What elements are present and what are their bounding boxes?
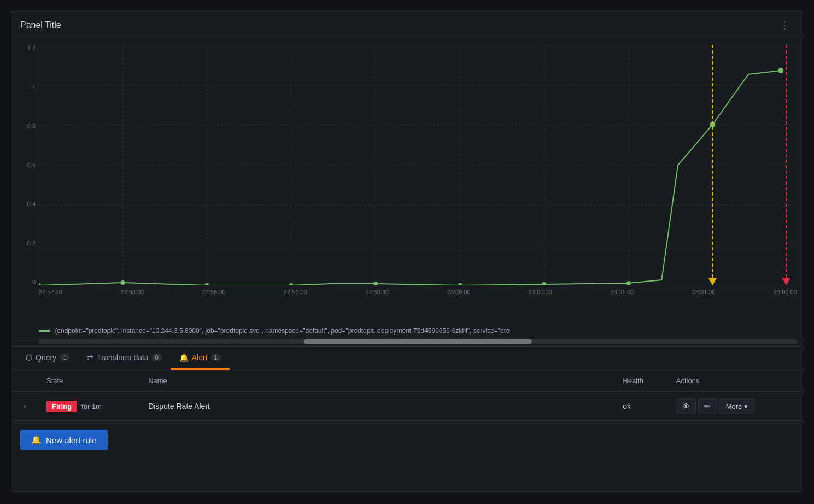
tab-alert-badge: 1 <box>211 354 221 361</box>
panel: Panel Title ⋮ 1.2 1 0.8 0.6 0.4 0.2 0 <box>11 11 803 492</box>
view-button[interactable]: 👁 <box>676 398 696 414</box>
x-label: 22:58:00 <box>120 289 144 295</box>
more-button[interactable]: More ▾ <box>719 399 756 414</box>
pencil-icon: ✏ <box>704 402 711 411</box>
chart-area: 1.2 1 0.8 0.6 0.4 0.2 0 <box>11 39 803 324</box>
tab-transform-label: Transform data <box>97 353 148 362</box>
x-label: 22:57:30 <box>39 289 62 295</box>
state-cell: Firing for 1m <box>46 401 131 412</box>
tab-query-badge: 1 <box>60 354 69 361</box>
y-label: 1.2 <box>27 45 36 51</box>
alert-table-area: State Name Health Actions › Firing for 1… <box>11 370 803 491</box>
alert-table-body: › Firing for 1m Dispute Rate Alert ok <box>11 392 803 421</box>
health-value: ok <box>623 402 631 411</box>
bell-icon-new: 🔔 <box>31 435 42 445</box>
expand-button[interactable]: › <box>20 401 29 411</box>
tab-alert-label: Alert <box>192 353 208 362</box>
y-axis: 1.2 1 0.8 0.6 0.4 0.2 0 <box>17 45 39 285</box>
x-label: 23:01:00 <box>610 289 634 295</box>
y-label: 0 <box>32 279 36 285</box>
svg-point-18 <box>121 280 125 285</box>
eye-icon: 👁 <box>682 402 690 411</box>
chart-plot <box>39 45 797 285</box>
x-axis: 22:57:30 22:58:00 22:58:30 22:59:00 22:5… <box>39 285 797 307</box>
svg-marker-28 <box>708 278 717 285</box>
actions-cell: 👁 ✏ More ▾ <box>676 398 794 414</box>
more-label: More <box>726 402 742 411</box>
col-expand <box>11 370 38 392</box>
row-name-cell: Dispute Rate Alert <box>139 392 614 421</box>
tab-query-label: Query <box>36 353 56 362</box>
firing-badge: Firing <box>46 401 77 412</box>
col-state-header: State <box>38 370 139 392</box>
y-label: 0.2 <box>27 240 36 247</box>
y-label: 0.6 <box>27 162 36 168</box>
svg-marker-30 <box>782 278 790 285</box>
database-icon: ⬡ <box>26 353 32 362</box>
row-health-cell: ok <box>614 392 667 421</box>
svg-point-26 <box>778 68 783 73</box>
col-health-header: Health <box>614 370 667 392</box>
x-label: 23:01:30 <box>692 289 716 295</box>
x-label: 22:59:00 <box>284 289 307 295</box>
col-name-header: Name <box>139 370 614 392</box>
panel-header: Panel Title ⋮ <box>11 11 803 39</box>
chart-scrollbar-track[interactable] <box>39 339 797 344</box>
alert-name: Dispute Rate Alert <box>148 402 210 411</box>
bell-icon: 🔔 <box>179 353 189 362</box>
tab-query[interactable]: ⬡ Query 1 <box>17 347 78 370</box>
new-alert-label: New alert rule <box>46 436 97 445</box>
chart-legend: {endpoint="predtopic", instance="10.244.… <box>11 324 803 337</box>
x-label: 23:02:00 <box>774 289 797 295</box>
chart-inner: 1.2 1 0.8 0.6 0.4 0.2 0 <box>17 45 797 307</box>
x-label: 22:59:30 <box>365 289 389 295</box>
row-state-cell: Firing for 1m <box>38 392 139 421</box>
table-row: › Firing for 1m Dispute Rate Alert ok <box>11 392 803 421</box>
row-expand-cell[interactable]: › <box>11 392 38 421</box>
svg-point-21 <box>373 282 378 285</box>
tabs-bar: ⬡ Query 1 ⇄ Transform data 0 🔔 Alert 1 <box>11 347 803 370</box>
chart-scrollbar-thumb[interactable] <box>304 339 531 344</box>
y-label: 0.8 <box>27 123 36 130</box>
legend-text: {endpoint="predtopic", instance="10.244.… <box>55 327 510 335</box>
tab-transform-badge: 0 <box>152 354 162 361</box>
x-label: 23:00:00 <box>447 289 471 295</box>
alert-table-head: State Name Health Actions <box>11 370 803 392</box>
new-alert-rule-button[interactable]: 🔔 New alert rule <box>20 430 108 450</box>
x-label: 23:00:30 <box>529 289 552 295</box>
y-label: 1 <box>32 84 36 90</box>
transform-icon: ⇄ <box>87 353 93 362</box>
legend-color-swatch <box>39 330 50 332</box>
svg-point-24 <box>626 281 631 285</box>
panel-title: Panel Title <box>20 20 61 30</box>
y-label: 0.4 <box>27 201 36 207</box>
row-actions-cell: 👁 ✏ More ▾ <box>667 392 803 421</box>
edit-button[interactable]: ✏ <box>698 398 717 414</box>
for-label: for 1m <box>81 402 102 411</box>
chevron-down-icon: ▾ <box>744 402 748 411</box>
col-actions-header: Actions <box>667 370 803 392</box>
tab-alert[interactable]: 🔔 Alert 1 <box>171 347 230 370</box>
panel-menu-button[interactable]: ⋮ <box>775 17 794 33</box>
alert-table-header-row: State Name Health Actions <box>11 370 803 392</box>
alert-table: State Name Health Actions › Firing for 1… <box>11 370 803 421</box>
x-label: 22:58:30 <box>202 289 226 295</box>
chart-svg <box>39 45 797 285</box>
chart-scrollbar-area[interactable] <box>11 337 803 347</box>
tab-transform[interactable]: ⇄ Transform data 0 <box>78 347 171 370</box>
